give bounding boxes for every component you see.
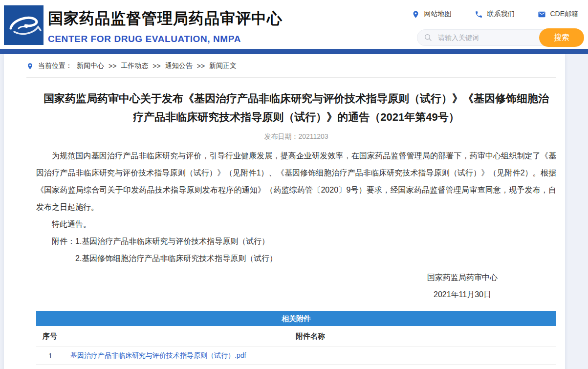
article-date: 发布日期：20211203 bbox=[36, 132, 556, 141]
article-attachment-line-2: 2.基因修饰细胞治疗产品非临床研究技术指导原则（试行） bbox=[36, 250, 556, 267]
table-row: 1 基因治疗产品非临床研究与评价技术指导原则（试行）.pdf bbox=[36, 347, 556, 365]
breadcrumb-separator: >> bbox=[152, 62, 160, 70]
breadcrumb-item-work-updates[interactable]: 工作动态 bbox=[121, 62, 148, 70]
signature-org: 国家药监局药审中心 bbox=[427, 269, 498, 286]
cde-mail-link-label: CDE邮箱 bbox=[550, 10, 578, 19]
breadcrumb-separator: >> bbox=[197, 62, 205, 70]
search-icon bbox=[424, 33, 433, 42]
breadcrumb-prefix: 当前位置： bbox=[38, 62, 72, 70]
site-header: 国家药品监督管理局药品审评中心 CENTER FOR DRUG EVALUATI… bbox=[0, 0, 588, 49]
article-attachment-line-1: 附件：1.基因治疗产品非临床研究与评价技术指导原则（试行） bbox=[36, 233, 556, 250]
breadcrumb-pin-icon bbox=[26, 63, 34, 70]
site-subtitle: CENTER FOR DRUG EVALUATION, NMPA bbox=[48, 34, 283, 44]
sitemap-link[interactable]: 网站地图 bbox=[412, 10, 451, 19]
breadcrumb-item-news-center[interactable]: 新闻中心 bbox=[77, 62, 104, 70]
article-date-label: 发布日期： bbox=[264, 132, 298, 140]
quick-links: 网站地图 联系我们 CDE邮箱 bbox=[412, 10, 578, 19]
article-signature: 国家药监局药审中心 2021年11月30日 bbox=[36, 269, 556, 303]
breadcrumb-separator: >> bbox=[109, 62, 116, 70]
attachments-table-title: 相关附件 bbox=[36, 311, 556, 326]
contact-link[interactable]: 联系我们 bbox=[475, 10, 514, 19]
attachment-link-1[interactable]: 基因治疗产品非临床研究与评价技术指导原则（试行）.pdf bbox=[70, 351, 246, 359]
sitemap-link-label: 网站地图 bbox=[424, 10, 451, 19]
article-notice-line: 特此通告。 bbox=[36, 216, 556, 233]
cde-mail-link[interactable]: CDE邮箱 bbox=[538, 10, 578, 19]
swan-swirl-icon bbox=[4, 5, 44, 45]
article-date-value: 20211203 bbox=[298, 132, 328, 140]
row-index: 1 bbox=[36, 352, 65, 360]
column-header-name: 附件名称 bbox=[65, 332, 556, 341]
contact-link-label: 联系我们 bbox=[487, 10, 514, 19]
article-paragraph-1: 为规范国内基因治疗产品非临床研究与评价，引导行业健康发展，提高企业研发效率，在国… bbox=[36, 147, 556, 216]
article-body: 为规范国内基因治疗产品非临床研究与评价，引导行业健康发展，提高企业研发效率，在国… bbox=[36, 147, 556, 267]
site-title[interactable]: 国家药品监督管理局药品审评中心 bbox=[48, 8, 283, 29]
article-title: 国家药监局药审中心关于发布《基因治疗产品非临床研究与评价技术指导原则（试行）》《… bbox=[36, 89, 556, 127]
location-pin-icon bbox=[412, 10, 420, 19]
column-header-index: 序号 bbox=[36, 332, 65, 341]
envelope-icon bbox=[538, 10, 546, 19]
search-button[interactable]: 搜索 bbox=[539, 28, 584, 47]
breadcrumb-item-article[interactable]: 新闻正文 bbox=[209, 62, 237, 70]
header-divider-bar bbox=[0, 49, 588, 54]
breadcrumb-item-notices[interactable]: 通知公告 bbox=[165, 62, 193, 70]
attachments-table: 相关附件 序号 附件名称 1 基因治疗产品非临床研究与评价技术指导原则（试行）.… bbox=[36, 311, 556, 369]
attachments-table-header-row: 序号 附件名称 bbox=[36, 326, 556, 347]
site-logo[interactable] bbox=[4, 5, 44, 45]
content-card: 当前位置： 新闻中心 >> 工作动态 >> 通知公告 >> 新闻正文 国家药监局… bbox=[4, 54, 565, 369]
signature-date: 2021年11月30日 bbox=[427, 286, 498, 303]
table-row: 2 基因修饰细胞治疗产品非临床研究技术指导原则（试行）.pdf bbox=[36, 365, 556, 369]
brand-block: 国家药品监督管理局药品审评中心 CENTER FOR DRUG EVALUATI… bbox=[48, 8, 283, 44]
breadcrumb-divider bbox=[26, 77, 556, 78]
breadcrumb: 当前位置： 新闻中心 >> 工作动态 >> 通知公告 >> 新闻正文 bbox=[26, 62, 556, 70]
phone-icon bbox=[475, 10, 483, 19]
search-bar: 搜索 bbox=[417, 29, 583, 46]
